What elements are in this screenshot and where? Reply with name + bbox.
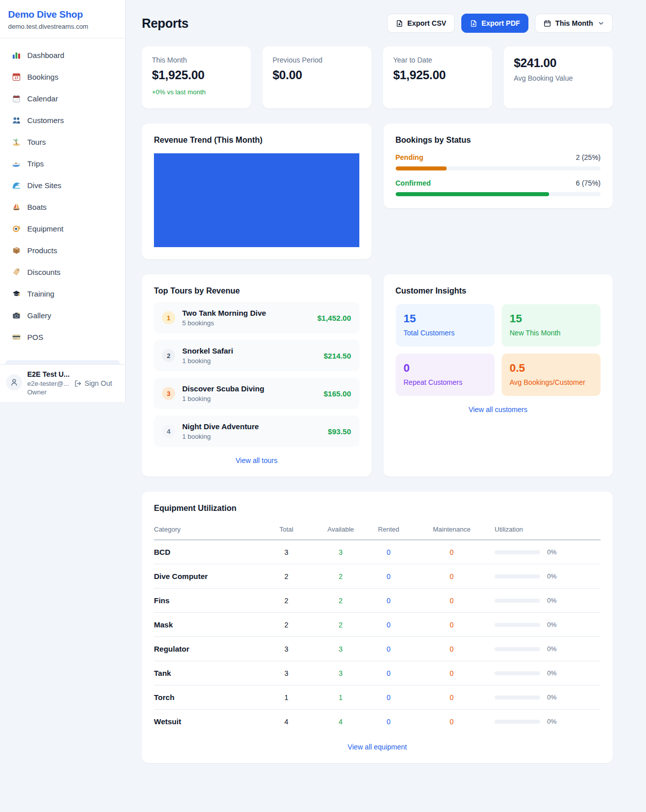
tour-name: Night Dive Adventure [182, 422, 321, 431]
calendar-icon [12, 94, 21, 103]
sidebar-item[interactable]: Discounts [5, 261, 120, 283]
table-row: Regulator 3 3 0 0 0% [154, 637, 601, 661]
sidebar-item[interactable]: Dashboard [5, 44, 120, 66]
discounts-icon [12, 268, 21, 277]
utilization-percent: 0% [547, 693, 557, 701]
sidebar: Demo Dive Shop demo.test.divestreams.com… [0, 0, 126, 402]
sidebar-item[interactable]: Trips [5, 153, 120, 175]
sidebar-item-label: Dashboard [27, 51, 64, 60]
sidebar-item-label: Boats [27, 203, 46, 211]
utilization-bar [495, 623, 540, 627]
sidebar-item[interactable]: Training [5, 283, 120, 305]
sidebar-item-label: Calendar [27, 94, 58, 103]
cell-total: 4 [255, 710, 318, 734]
status-list: Pending 2 (25%) Confirmed 6 (75%) [396, 153, 601, 196]
export-csv-button[interactable]: Export CSV [387, 14, 455, 33]
sidebar-item-label: Bookings [27, 73, 59, 81]
stat-label: Avg Booking Value [514, 74, 603, 82]
tour-row[interactable]: 2 Snorkel Safari 1 booking $214.50 [154, 340, 359, 371]
revenue-trend-card: Revenue Trend (This Month) [142, 124, 371, 259]
stat-value: $1,925.00 [152, 68, 241, 82]
sidebar-header: Demo Dive Shop demo.test.divestreams.com [0, 0, 125, 38]
cell-total: 2 [255, 564, 318, 589]
stat-value: $0.00 [273, 68, 361, 82]
chevron-down-icon [598, 20, 604, 26]
sidebar-item-label: Products [27, 246, 57, 255]
cell-available: 4 [318, 710, 363, 734]
cell-available: 3 [318, 661, 363, 685]
insight-label: Repeat Customers [404, 378, 487, 386]
insight-label: New This Month [510, 329, 593, 337]
utilization-percent: 0% [547, 548, 557, 556]
export-csv-label: Export CSV [407, 19, 446, 27]
rank-badge: 2 [162, 349, 175, 362]
cell-utilization: 0% [490, 685, 601, 710]
tour-row[interactable]: 3 Discover Scuba Diving 1 booking $165.0… [154, 378, 359, 409]
sign-out-button[interactable]: Sign Out [74, 379, 112, 387]
sidebar-item[interactable]: Calendar [5, 88, 120, 109]
cell-total: 3 [255, 661, 318, 685]
cell-maintenance: 0 [414, 710, 490, 734]
period-select[interactable]: This Month [535, 14, 613, 33]
insight-tile: 15 New This Month [502, 304, 601, 346]
view-all-equipment-link[interactable]: View all equipment [154, 743, 601, 751]
sidebar-item[interactable]: POS [5, 326, 120, 348]
cell-rented: 0 [363, 613, 414, 637]
cell-category: Wetsuit [154, 710, 255, 734]
pos-icon [12, 333, 21, 342]
sidebar-item[interactable]: Tours [5, 131, 120, 153]
utilization-percent: 0% [547, 572, 557, 580]
svg-text:17: 17 [14, 76, 18, 80]
sidebar-item[interactable]: Boats [5, 196, 120, 218]
sidebar-item[interactable]: 17 Bookings [5, 66, 120, 88]
insight-value: 0 [404, 362, 487, 375]
tour-row[interactable]: 4 Night Dive Adventure 1 booking $93.50 [154, 416, 359, 447]
user-name: E2E Test U... [27, 370, 119, 378]
cell-maintenance: 0 [414, 589, 490, 613]
file-download-icon [470, 20, 477, 27]
utilization-percent: 0% [547, 597, 557, 604]
cell-available: 3 [318, 637, 363, 661]
cell-total: 2 [255, 589, 318, 613]
equipment-utilization-title: Equipment Utilization [154, 504, 601, 513]
sidebar-item-label: Discounts [27, 268, 61, 276]
cell-rented: 0 [363, 540, 414, 564]
insight-label: Total Customers [404, 329, 487, 337]
utilization-bar [495, 695, 540, 700]
tour-bookings: 1 booking [182, 433, 321, 440]
sidebar-item-label: Dive Sites [27, 181, 62, 190]
tour-row[interactable]: 1 Two Tank Morning Dive 5 bookings $1,45… [154, 302, 359, 333]
status-progress-fill [396, 192, 550, 196]
sign-out-label: Sign Out [85, 379, 112, 387]
sidebar-item[interactable]: Dive Sites [5, 175, 120, 196]
sidebar-item[interactable]: Gallery [5, 305, 120, 326]
utilization-percent: 0% [547, 621, 557, 628]
cell-utilization: 0% [490, 661, 601, 685]
sidebar-item[interactable]: Equipment [5, 218, 120, 240]
user-info: E2E Test U... e2e-tester@... Sign Out Ow… [27, 370, 119, 396]
tour-revenue: $93.50 [328, 427, 351, 436]
top-tours-card: Top Tours by Revenue 1 Two Tank Morning … [142, 274, 371, 477]
view-all-customers-link[interactable]: View all customers [396, 405, 601, 414]
cell-category: Regulator [154, 637, 255, 661]
export-pdf-label: Export PDF [481, 19, 520, 27]
utilization-bar [495, 671, 540, 675]
sidebar-item-active-partial[interactable] [5, 360, 120, 364]
status-item: Pending 2 (25%) [396, 153, 601, 170]
view-all-tours-link[interactable]: View all tours [154, 456, 359, 465]
col-category: Category [154, 520, 255, 540]
utilization-bar [495, 550, 540, 554]
rank-badge: 3 [162, 387, 175, 400]
cell-available: 2 [318, 564, 363, 589]
status-count: 2 (25%) [576, 153, 601, 161]
period-label: This Month [555, 19, 593, 27]
user-role: Owner [27, 388, 119, 396]
cell-total: 3 [255, 637, 318, 661]
export-pdf-button[interactable]: Export PDF [461, 14, 528, 33]
trips-icon [12, 159, 21, 168]
sidebar-item[interactable]: Products [5, 240, 120, 261]
sidebar-item[interactable]: Customers [5, 109, 120, 131]
status-progress-track [396, 166, 601, 170]
cell-rented: 0 [363, 710, 414, 734]
equipment-table: Category Total Available Rented Maintena… [154, 520, 601, 733]
